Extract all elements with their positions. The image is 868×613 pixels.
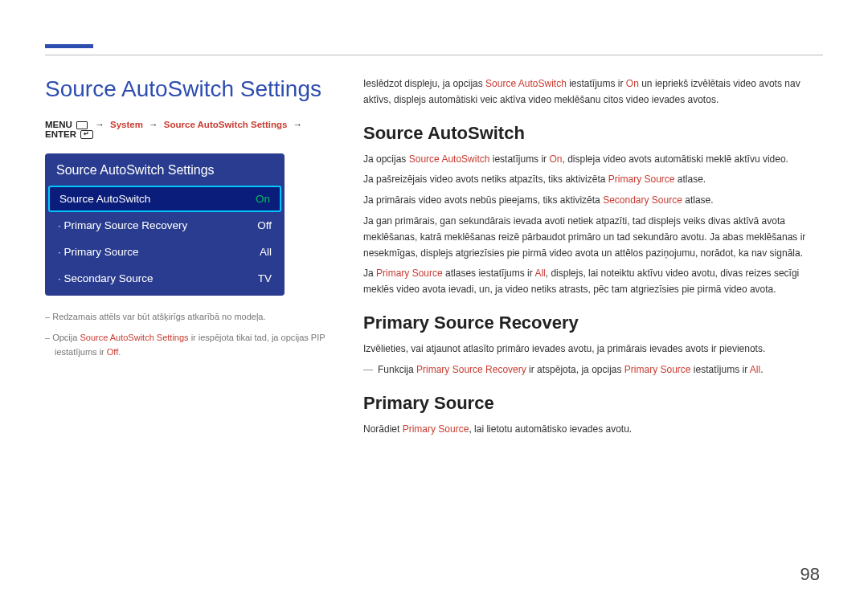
panel-row-value: TV xyxy=(258,272,272,284)
panel-row-label: · Secondary Source xyxy=(58,272,154,284)
panel-title: Source AutoSwitch Settings xyxy=(45,153,285,186)
as-p3-end: atlase. xyxy=(682,194,714,206)
breadcrumb: MENU → System → Source AutoSwitch Settin… xyxy=(45,120,334,139)
primary-p1: Norādiet Primary Source, lai lietotu aut… xyxy=(363,422,823,438)
footnote-2-hl2: Off xyxy=(107,347,118,357)
panel-row-secondary[interactable]: · Secondary Source TV xyxy=(45,265,285,296)
autoswitch-p2: Ja pašreizējais video avots netiks atpaz… xyxy=(363,172,823,188)
header-accent xyxy=(45,44,93,48)
breadcrumb-enter: ENTER xyxy=(45,129,76,139)
panel-row-primary[interactable]: · Primary Source All xyxy=(45,239,285,265)
panel-row-value: All xyxy=(260,246,272,258)
intro-paragraph: Ieslēdzot displeju, ja opcijas Source Au… xyxy=(363,76,823,108)
as-p5-hl1: Primary Source xyxy=(376,268,443,279)
as-p2-hl: Primary Source xyxy=(608,174,675,185)
footnote-2: – Opcija Source AutoSwitch Settings ir i… xyxy=(45,331,334,359)
enter-icon xyxy=(80,130,93,139)
autoswitch-p3: Ja primārais video avots nebūs pieejams,… xyxy=(363,193,823,209)
rec-note-mid2: iestatījums ir xyxy=(691,364,750,375)
panel-row-label: · Primary Source xyxy=(58,246,139,258)
rec-note-mid: ir atspējota, ja opcijas xyxy=(526,364,624,375)
rec-note-end: . xyxy=(760,364,763,375)
page-number: 98 xyxy=(800,564,820,585)
recovery-note: Funkcija Primary Source Recovery ir atsp… xyxy=(363,362,823,378)
settings-panel: Source AutoSwitch Settings Source AutoSw… xyxy=(45,153,285,296)
right-column: Ieslēdzot displeju, ja opcijas Source Au… xyxy=(363,76,823,442)
panel-row-value: Off xyxy=(257,219,272,231)
breadcrumb-settings: Source AutoSwitch Settings xyxy=(164,120,288,129)
as-p1-hl1: Source AutoSwitch xyxy=(409,153,490,165)
footnotes: – Redzamais attēls var būt atšķirīgs atk… xyxy=(45,310,334,359)
menu-icon xyxy=(76,121,88,129)
breadcrumb-menu: MENU xyxy=(45,120,72,129)
as-p1-mid: iestatījums ir xyxy=(489,153,549,165)
autoswitch-p1: Ja opcijas Source AutoSwitch iestatījums… xyxy=(363,152,823,168)
as-p1-end: , displeja video avots automātiski meklē… xyxy=(562,153,788,165)
footnote-1-text: Redzamais attēls var būt atšķirīgs atkar… xyxy=(52,312,265,321)
footnote-2-end: . xyxy=(118,347,121,357)
as-p2-pre: Ja pašreizējais video avots netiks atpaz… xyxy=(363,174,608,185)
as-p2-end: atlase. xyxy=(675,174,706,185)
heading-autoswitch: Source AutoSwitch xyxy=(363,123,823,144)
autoswitch-p5: Ja Primary Source atlases iestatījums ir… xyxy=(363,266,823,298)
as-p5-pre: Ja xyxy=(363,268,376,279)
panel-row-value: On xyxy=(256,193,270,205)
as-p1-hl2: On xyxy=(549,153,562,165)
rec-note-hl3: All xyxy=(750,364,760,375)
pri-p1-end: , lai lietotu automātisko ievades avotu. xyxy=(469,423,632,435)
breadcrumb-system: System xyxy=(110,120,143,129)
intro-hl1: Source AutoSwitch xyxy=(485,78,567,89)
left-column: Source AutoSwitch Settings MENU → System… xyxy=(45,76,334,366)
recovery-p1: Izvēlieties, vai atjaunot atlasīto primā… xyxy=(363,341,823,358)
as-p5-mid1: atlases iestatījums ir xyxy=(443,268,535,279)
rec-note-hl1: Primary Source Recovery xyxy=(416,364,526,375)
arrow-icon: → xyxy=(293,120,303,129)
arrow-icon: → xyxy=(149,120,158,129)
pri-p1-pre: Norādiet xyxy=(363,423,403,435)
intro-mid: iestatījums ir xyxy=(567,78,626,89)
as-p5-hl2: All xyxy=(534,268,545,279)
as-p3-hl: Secondary Source xyxy=(603,194,682,206)
panel-row-recovery[interactable]: · Primary Source Recovery Off xyxy=(45,212,285,239)
panel-row-label: · Primary Source Recovery xyxy=(58,219,187,231)
intro-hl2: On xyxy=(626,78,639,89)
pri-p1-hl: Primary Source xyxy=(403,423,469,435)
panel-row-autoswitch[interactable]: Source AutoSwitch On xyxy=(48,186,281,212)
footnote-1: – Redzamais attēls var būt atšķirīgs atk… xyxy=(45,310,334,325)
footnote-2-hl1: Source AutoSwitch Settings xyxy=(80,333,188,342)
page-title: Source AutoSwitch Settings xyxy=(45,76,334,102)
intro-pre: Ieslēdzot displeju, ja opcijas xyxy=(363,78,485,89)
panel-row-label: Source AutoSwitch xyxy=(59,193,150,205)
as-p3-pre: Ja primārais video avots nebūs pieejams,… xyxy=(363,194,603,206)
arrow-icon: → xyxy=(95,120,104,129)
header-divider xyxy=(45,55,823,55)
footnote-2-pre: Opcija xyxy=(52,333,80,342)
heading-primary: Primary Source xyxy=(363,393,823,414)
autoswitch-p4: Ja gan primārais, gan sekundārais ievada… xyxy=(363,214,823,261)
rec-note-hl2: Primary Source xyxy=(624,364,691,375)
heading-recovery: Primary Source Recovery xyxy=(363,313,823,333)
rec-note-pre: Funkcija xyxy=(378,364,416,375)
as-p1-pre: Ja opcijas xyxy=(363,153,409,165)
